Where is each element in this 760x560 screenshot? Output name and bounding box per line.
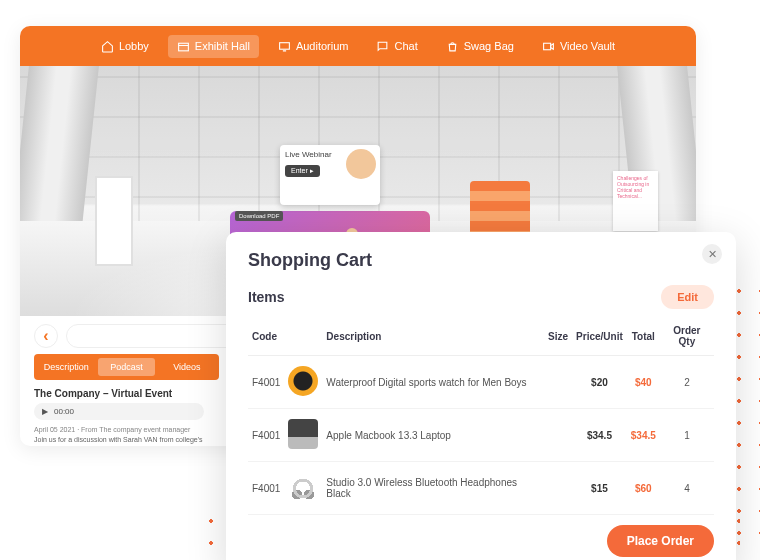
nav-exhibit-hall[interactable]: Exhibit Hall — [168, 35, 259, 58]
home-icon — [101, 40, 114, 53]
nav-label: Swag Bag — [464, 40, 514, 52]
standing-banner — [95, 176, 133, 266]
col-thumb — [284, 317, 322, 356]
back-button[interactable]: ‹ — [34, 324, 58, 348]
nav-label: Auditorium — [296, 40, 349, 52]
col-qty: Order Qty — [660, 317, 714, 356]
enter-button[interactable]: Enter ▸ — [285, 165, 320, 177]
cell-size — [544, 462, 572, 515]
article-description: Join us for a discussion with Sarah VAN … — [34, 435, 214, 446]
product-thumb — [288, 366, 318, 396]
cart-table: Code Description Size Price/Unit Total O… — [248, 317, 714, 515]
product-thumb — [288, 472, 318, 502]
cell-thumb — [284, 462, 322, 515]
cell-code: F4001 — [248, 409, 284, 462]
nav-label: Lobby — [119, 40, 149, 52]
cell-description: Studio 3.0 Wireless Bluetooth Headphones… — [322, 462, 544, 515]
table-row: F4001Apple Macbook 13.3 Laptop$34.5$34.5… — [248, 409, 714, 462]
chat-icon — [376, 40, 389, 53]
cell-qty[interactable]: 4 — [660, 462, 714, 515]
nav-lobby[interactable]: Lobby — [92, 35, 158, 58]
top-nav: Lobby Exhibit Hall Auditorium Chat Swag … — [20, 26, 696, 66]
audio-time: 00:00 — [54, 407, 74, 416]
close-button[interactable]: ✕ — [702, 244, 722, 264]
svg-rect-1 — [280, 42, 290, 49]
bag-icon — [446, 40, 459, 53]
presenter-avatar — [346, 149, 376, 179]
svg-rect-2 — [544, 43, 551, 50]
download-badge[interactable]: Download PDF — [235, 211, 283, 221]
nav-video-vault[interactable]: Video Vault — [533, 35, 624, 58]
cell-price: $20 — [572, 356, 627, 409]
col-code: Code — [248, 317, 284, 356]
play-icon[interactable]: ▶ — [42, 407, 48, 416]
table-row: F4001Studio 3.0 Wireless Bluetooth Headp… — [248, 462, 714, 515]
cell-code: F4001 — [248, 462, 284, 515]
cell-qty[interactable]: 1 — [660, 409, 714, 462]
table-row: F4001Waterproof Digital sports watch for… — [248, 356, 714, 409]
cell-description: Waterproof Digital sports watch for Men … — [322, 356, 544, 409]
shopping-cart-modal: ✕ Shopping Cart Items Edit Code Descript… — [226, 232, 736, 560]
cell-qty[interactable]: 2 — [660, 356, 714, 409]
pillar — [20, 66, 99, 236]
booth-icon — [177, 40, 190, 53]
poster[interactable]: Challenges of Outsourcing in Critical an… — [613, 171, 658, 231]
nav-label: Chat — [394, 40, 417, 52]
nav-swag-bag[interactable]: Swag Bag — [437, 35, 523, 58]
product-thumb — [288, 419, 318, 449]
tab-videos[interactable]: Videos — [159, 358, 215, 376]
cell-total: $60 — [627, 462, 660, 515]
col-description: Description — [322, 317, 544, 356]
cell-code: F4001 — [248, 356, 284, 409]
tab-description[interactable]: Description — [38, 358, 94, 376]
cell-price: $34.5 — [572, 409, 627, 462]
cell-size — [544, 409, 572, 462]
cell-size — [544, 356, 572, 409]
col-price: Price/Unit — [572, 317, 627, 356]
col-total: Total — [627, 317, 660, 356]
svg-rect-0 — [178, 43, 188, 51]
place-order-button[interactable]: Place Order — [607, 525, 714, 557]
cell-thumb — [284, 356, 322, 409]
cell-thumb — [284, 409, 322, 462]
col-size: Size — [544, 317, 572, 356]
video-icon — [542, 40, 555, 53]
cell-total: $34.5 — [627, 409, 660, 462]
cell-description: Apple Macbook 13.3 Laptop — [322, 409, 544, 462]
content-tabs: Description Podcast Videos — [34, 354, 219, 380]
nav-label: Video Vault — [560, 40, 615, 52]
edit-button[interactable]: Edit — [661, 285, 714, 309]
items-label: Items — [248, 289, 285, 305]
audio-player[interactable]: ▶ 00:00 — [34, 403, 204, 420]
tv-label: Live Webinar — [285, 150, 332, 159]
tab-podcast[interactable]: Podcast — [98, 358, 154, 376]
cart-title: Shopping Cart — [248, 250, 714, 271]
cell-total: $40 — [627, 356, 660, 409]
nav-auditorium[interactable]: Auditorium — [269, 35, 358, 58]
nav-label: Exhibit Hall — [195, 40, 250, 52]
cell-price: $15 — [572, 462, 627, 515]
booth-tv[interactable]: Live Webinar Enter ▸ — [280, 145, 380, 205]
screen-icon — [278, 40, 291, 53]
nav-chat[interactable]: Chat — [367, 35, 426, 58]
